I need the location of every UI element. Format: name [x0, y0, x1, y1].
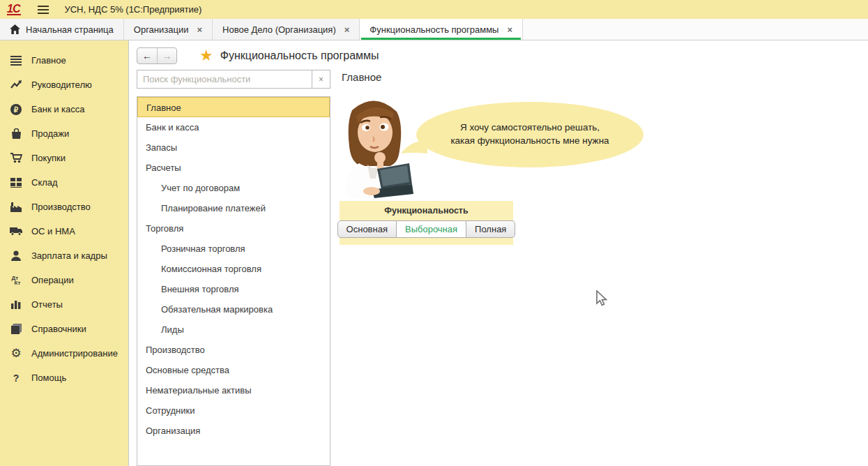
sidebar-item-sklad[interactable]: Склад	[0, 170, 128, 195]
list-item[interactable]: Банк и касса	[137, 117, 330, 137]
sidebar-item-administrirovanie[interactable]: ⚙ Администрирование	[0, 341, 128, 366]
sidebar-item-label: Администрирование	[31, 348, 118, 359]
sidebar-item-rukovoditelyu[interactable]: Руководителю	[0, 73, 128, 97]
speech-bubble: Я хочу самостоятельно решать, какая функ…	[416, 102, 644, 167]
app-window: 1С УСН, НДС 5% (1С:Предприятие) Начальна…	[0, 0, 868, 466]
home-icon	[10, 24, 20, 34]
main-content: ← → ★ Функциональность программы × Главн…	[128, 40, 868, 466]
mouse-cursor-icon	[595, 290, 609, 307]
tab-label: Начальная страница	[26, 24, 114, 35]
tab-close-icon[interactable]: ×	[344, 24, 350, 35]
sidebar-item-label: Главное	[31, 55, 66, 66]
list-item[interactable]: Обязательная маркировка	[137, 299, 330, 320]
debit-credit-icon: ДтКт	[9, 274, 23, 287]
list-item[interactable]: Главное	[137, 97, 330, 117]
tab-novoe-delo[interactable]: Новое Дело (Организация) ×	[213, 19, 360, 40]
tab-organizations[interactable]: Организации ×	[124, 19, 213, 40]
list-item[interactable]: Учет по договорам	[137, 178, 330, 198]
pallet-boxes-icon	[9, 176, 23, 189]
sidebar-item-zarplata-i-kadry[interactable]: Зарплата и кадры	[0, 243, 128, 268]
list-item[interactable]: Торговля	[137, 218, 330, 239]
sidebar-item-label: Производство	[31, 202, 91, 212]
forward-button[interactable]: →	[157, 48, 176, 63]
truck-icon	[9, 225, 23, 238]
sidebar-item-operacii[interactable]: ДтКт Операции	[0, 268, 128, 292]
sidebar-item-glavnoe[interactable]: Главное	[0, 48, 128, 73]
section-sidebar: Главное Руководителю ₽ Банк и касса Прод…	[0, 40, 128, 466]
factory-icon	[9, 201, 23, 213]
sidebar-item-pomosch[interactable]: ? Помощь	[0, 366, 128, 390]
sidebar-item-pokupki[interactable]: Покупки	[0, 146, 128, 170]
sidebar-item-label: Покупки	[31, 153, 66, 163]
list-item[interactable]: Сотрудники	[137, 400, 330, 421]
list-item[interactable]: Нематериальные активы	[137, 380, 330, 400]
bar-chart-icon	[9, 299, 23, 311]
tab-close-icon[interactable]: ×	[197, 24, 202, 35]
list-item[interactable]: Внешняя торговля	[137, 279, 330, 299]
functionality-switch: Основная Выборочная Полная	[340, 220, 513, 238]
sidebar-item-label: Отчеты	[31, 299, 63, 310]
search-clear-icon[interactable]: ×	[312, 70, 330, 89]
question-icon: ?	[9, 372, 23, 384]
tab-label: Новое Дело (Организация)	[222, 24, 336, 35]
svg-text:₽: ₽	[14, 106, 19, 114]
sidebar-item-label: Помощь	[31, 373, 66, 383]
page-title: Функциональность программы	[220, 50, 379, 62]
sidebar-item-label: ОС и НМА	[31, 226, 75, 236]
search-input[interactable]	[137, 70, 312, 89]
section-heading: Главное	[342, 71, 381, 83]
sidebar-item-label: Зарплата и кадры	[31, 250, 107, 261]
person-icon	[9, 250, 23, 262]
tab-label: Организации	[134, 24, 189, 35]
sidebar-item-label: Операции	[31, 275, 74, 285]
favorite-star-icon[interactable]: ★	[199, 49, 213, 63]
sidebar-item-label: Справочники	[31, 324, 86, 334]
sidebar-item-label: Банк и касса	[31, 104, 85, 114]
functionality-option-vyborochnaya[interactable]: Выборочная	[397, 220, 466, 238]
sidebar-item-label: Склад	[31, 177, 58, 188]
shopping-bag-icon	[9, 128, 23, 140]
search-row: ×	[137, 70, 330, 89]
functionality-option-osnovnaya[interactable]: Основная	[337, 220, 397, 238]
shopping-cart-icon	[9, 152, 23, 165]
sidebar-item-otchety[interactable]: Отчеты	[0, 292, 128, 317]
list-item[interactable]: Планирование платежей	[137, 198, 330, 218]
list-item[interactable]: Основные средства	[137, 360, 330, 380]
trend-chart-icon	[9, 79, 23, 91]
list-item[interactable]: Расчеты	[137, 158, 330, 178]
speech-bubble-text: какая функциональность мне нужна	[450, 135, 609, 148]
ruble-coin-icon: ₽	[9, 103, 23, 116]
1c-logo-icon: 1С	[7, 3, 21, 15]
sidebar-item-bank-i-kassa[interactable]: ₽ Банк и касса	[0, 97, 128, 121]
gear-icon: ⚙	[9, 347, 23, 360]
books-icon	[9, 323, 23, 336]
tab-functionality[interactable]: Функциональность программы ×	[360, 19, 523, 40]
sidebar-item-label: Продажи	[31, 128, 69, 139]
sidebar-item-prodazhi[interactable]: Продажи	[0, 121, 128, 146]
functionality-nav-list: Главное Банк и касса Запасы Расчеты Учет…	[137, 96, 330, 466]
main-menu-burger-icon[interactable]	[38, 3, 49, 16]
list-item[interactable]: Организация	[137, 421, 330, 441]
back-button[interactable]: ←	[137, 48, 157, 63]
list-item[interactable]: Розничная торговля	[137, 239, 330, 259]
sidebar-item-label: Руководителю	[31, 80, 92, 90]
tab-label: Функциональность программы	[370, 24, 498, 35]
menu-lines-icon	[9, 54, 23, 67]
window-title: УСН, НДС 5% (1С:Предприятие)	[64, 4, 201, 15]
tab-close-icon[interactable]: ×	[507, 24, 512, 35]
sidebar-item-os-i-nma[interactable]: ОС и НМА	[0, 219, 128, 243]
tab-bar: Начальная страница Организации × Новое Д…	[0, 19, 868, 40]
list-item[interactable]: Комиссионная торговля	[137, 259, 330, 279]
list-item[interactable]: Запасы	[137, 137, 330, 158]
history-nav-group: ← →	[137, 47, 177, 64]
tab-home[interactable]: Начальная страница	[0, 19, 124, 40]
sidebar-item-proizvodstvo[interactable]: Производство	[0, 195, 128, 219]
functionality-option-polnaya[interactable]: Полная	[466, 220, 515, 238]
functionality-panel: Функциональность Основная Выборочная Пол…	[340, 201, 513, 245]
functionality-label: Функциональность	[340, 206, 513, 216]
speech-bubble-text: Я хочу самостоятельно решать,	[460, 121, 600, 135]
title-bar: 1С УСН, НДС 5% (1С:Предприятие)	[0, 0, 868, 19]
list-item[interactable]: Лиды	[137, 320, 330, 340]
sidebar-item-spravochniki[interactable]: Справочники	[0, 317, 128, 341]
list-item[interactable]: Производство	[137, 340, 330, 360]
